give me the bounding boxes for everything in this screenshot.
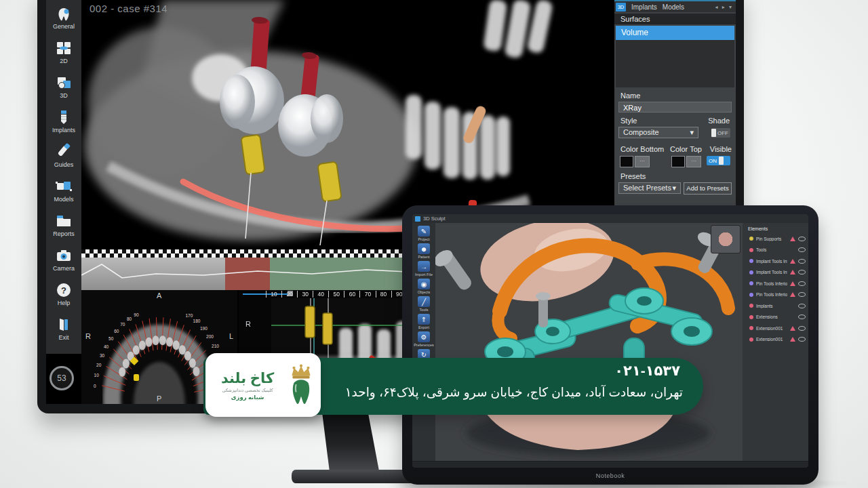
eye-icon[interactable] [798, 259, 806, 264]
axial-tick-label: 50 [108, 336, 114, 341]
ruler-tick-label: 40 [313, 291, 328, 298]
laptop-tool-objects[interactable]: ◉Objects [418, 279, 431, 294]
camera-icon [55, 247, 73, 264]
element-row[interactable]: Tools [743, 245, 808, 256]
tab-models[interactable]: Models [663, 3, 684, 11]
svg-text:?: ? [61, 285, 66, 296]
ruler-tick-label: 30 [297, 291, 313, 298]
visible-label: Visible [710, 145, 732, 153]
surfaces-listbox[interactable] [616, 40, 734, 87]
tooth-crown-icon [287, 361, 315, 409]
orientation-thumbnail[interactable] [711, 225, 741, 253]
laptop-tool-project[interactable]: ✎Project [418, 226, 430, 241]
add-to-presets-button[interactable]: Add to Presets [684, 182, 732, 195]
surfaces-header: Surfaces [614, 14, 736, 24]
eye-icon[interactable] [798, 281, 806, 286]
door-icon [55, 316, 73, 333]
slice-number-badge[interactable]: 53 [50, 366, 74, 390]
tab-3d[interactable]: 3D [616, 3, 626, 12]
eye-icon[interactable] [798, 270, 806, 274]
sidebar-item-models[interactable]: Models [46, 173, 81, 207]
axial-tick-label: 70 [120, 322, 125, 327]
element-name: Tools [756, 247, 795, 252]
sidebar-item-implants[interactable]: Implants [46, 104, 81, 138]
sidebar-item-reports[interactable]: Reports [46, 207, 81, 242]
select-presets-dropdown[interactable]: Select Presets▾ [618, 182, 681, 194]
sidebar-item-label: Camera [53, 265, 75, 272]
laptop-tool-tools[interactable]: ╱Tools [418, 296, 430, 312]
visible-toggle[interactable]: ON [707, 156, 730, 165]
chevron-down-icon: ▾ [672, 183, 676, 193]
tab-implants[interactable]: Implants [631, 3, 657, 11]
sidebar-item-label: Models [54, 196, 73, 203]
element-row[interactable]: Extension001 [743, 323, 808, 334]
axial-tick-label: 180 [193, 319, 201, 323]
element-row[interactable]: Pin Tools Inferior [743, 278, 808, 289]
laptop-tool-export[interactable]: ⇑Export [418, 314, 430, 329]
panel-controls-icon[interactable]: ◂ ▸ ▾ [715, 4, 734, 10]
name-input[interactable]: XRay [618, 102, 732, 113]
laptop-toolbar: ✎Project☻Patient→Import File◉Objects╱Too… [412, 223, 435, 468]
color-top-picker-button[interactable]: ··· [686, 156, 701, 167]
laptop-tool-label: Patient [418, 255, 429, 259]
warning-icon [790, 292, 795, 297]
ruler-tick-label: 60 [344, 291, 359, 298]
sidebar-item-3d[interactable]: 3D [46, 69, 81, 104]
patient-icon: ☻ [418, 243, 430, 254]
elements-panel: Elements Pin SupportsToolsImplant Tools … [743, 223, 808, 468]
color-bottom-swatch[interactable] [620, 156, 633, 167]
export-icon: ⇑ [418, 314, 430, 325]
eye-icon[interactable] [798, 237, 806, 241]
eye-icon[interactable] [798, 292, 806, 297]
tools-icon: ╱ [418, 296, 430, 307]
color-bottom-picker-button[interactable]: ··· [635, 156, 650, 167]
laptop-tool-patient[interactable]: ☻Patient [418, 243, 430, 259]
axial-tick-label: 170 [185, 313, 193, 318]
ruler-tick-label: 50 [328, 291, 344, 298]
sidebar-item-help[interactable]: ?Help [46, 277, 81, 311]
sidebar-item-2d[interactable]: 2D [46, 35, 81, 69]
app-logo-icon [415, 216, 420, 222]
tooth-icon [55, 5, 73, 22]
sidebar-item-general[interactable]: General [46, 0, 81, 35]
element-row[interactable]: Implant Tools Inf... [743, 256, 808, 267]
implant-icon [55, 108, 73, 126]
element-row[interactable]: Extensions [743, 312, 808, 323]
eye-icon[interactable] [798, 326, 806, 331]
axial-tick-label: 60 [114, 329, 119, 333]
eye-icon[interactable] [798, 304, 806, 308]
color-top-swatch[interactable] [671, 156, 685, 167]
color-top-label: Color Top [670, 145, 702, 153]
laptop-brand-label: Notebook [402, 472, 818, 479]
element-row[interactable]: Implant Tools Inf... [743, 267, 808, 279]
orient-right-label: R [85, 332, 91, 340]
element-row[interactable]: Pin Supports [743, 233, 808, 245]
shade-toggle[interactable]: OFF [711, 128, 730, 138]
element-type-icon [749, 281, 753, 285]
element-row[interactable]: Implants [743, 300, 808, 312]
shade-label: Shade [708, 117, 730, 125]
sidebar-item-guides[interactable]: Guides [46, 138, 81, 173]
sidebar-item-camera[interactable]: Camera [46, 242, 81, 277]
element-type-icon [749, 237, 753, 241]
laptop-tool-preferences[interactable]: ⚙Preferences [414, 331, 434, 347]
surface-item-volume[interactable]: Volume [616, 26, 734, 40]
eye-icon[interactable] [798, 247, 806, 252]
element-row[interactable]: Extension001 [743, 334, 808, 346]
element-name: Implant Tools Inf... [756, 259, 787, 264]
sidebar-item-exit[interactable]: Exit [46, 311, 81, 346]
sidebar-item-label: 3D [60, 92, 68, 99]
style-select[interactable]: Composite▾ [618, 127, 698, 138]
axial-tick-label: 30 [100, 353, 105, 358]
element-type-icon [749, 338, 753, 342]
element-name: Pin Tools Inferior [756, 281, 787, 286]
element-row[interactable]: Pin Tools Inferior [743, 289, 808, 301]
laptop-tool-import-file[interactable]: →Import File [415, 261, 433, 277]
eye-icon[interactable] [798, 337, 806, 342]
sculpt-3d-viewport[interactable] [435, 223, 743, 468]
monitor-stand-neck [309, 407, 380, 474]
element-name: Extensions [756, 314, 795, 319]
warning-icon [790, 326, 795, 331]
models-icon [55, 178, 73, 195]
eye-icon[interactable] [798, 314, 806, 319]
